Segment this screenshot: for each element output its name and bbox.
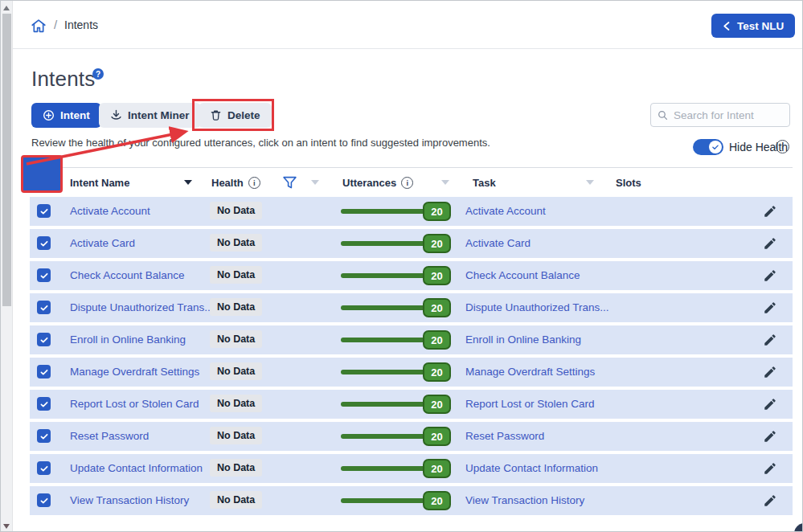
edit-pencil-icon[interactable]	[763, 365, 777, 379]
column-slots[interactable]: Slots	[616, 168, 641, 198]
intent-name-link[interactable]: Activate Account	[70, 205, 150, 217]
intent-name-link[interactable]: Reset Password	[70, 430, 149, 442]
task-link[interactable]: Report Lost or Stolen Card	[465, 398, 595, 410]
edit-pencil-icon[interactable]	[763, 301, 777, 315]
utterance-count-badge: 20	[423, 202, 451, 221]
table-row: Enroll in Online Banking No Data 20 Enro…	[30, 325, 793, 354]
edit-pencil-icon[interactable]	[763, 204, 777, 219]
intent-miner-button[interactable]: Intent Miner	[99, 103, 201, 128]
scrollbar-down-arrow-icon[interactable]	[3, 524, 10, 529]
intent-name-link[interactable]: Update Contact Information	[70, 462, 203, 474]
row-checkbox[interactable]	[37, 333, 51, 346]
delete-label: Delete	[227, 109, 260, 121]
utterance-bar[interactable]	[341, 209, 426, 214]
task-link[interactable]: Dispute Unauthorized Trans...	[465, 301, 609, 313]
utterance-bar[interactable]	[341, 402, 426, 407]
hide-health-toggle[interactable]	[693, 139, 723, 155]
edit-pencil-icon[interactable]	[763, 429, 777, 444]
sort-icon[interactable]	[311, 180, 319, 185]
utterance-count-badge: 20	[423, 491, 451, 510]
utterance-bar[interactable]	[341, 498, 426, 503]
utterance-bar[interactable]	[341, 370, 426, 374]
column-intent-name[interactable]: Intent Name	[70, 168, 129, 198]
utterance-bar[interactable]	[341, 466, 426, 471]
sort-desc-icon[interactable]	[184, 180, 192, 185]
row-checkbox[interactable]	[37, 236, 51, 250]
column-health[interactable]: Health i	[211, 168, 260, 198]
utterance-bar[interactable]	[341, 241, 426, 246]
column-task[interactable]: Task	[473, 168, 496, 198]
test-nlu-button[interactable]: Test NLU	[711, 14, 795, 38]
add-intent-button[interactable]: Intent	[31, 103, 101, 128]
edit-pencil-icon[interactable]	[763, 493, 777, 508]
row-checkbox[interactable]	[37, 268, 51, 282]
row-checkbox[interactable]	[37, 301, 51, 314]
check-icon	[39, 335, 49, 345]
column-utterances[interactable]: Utterances i	[342, 168, 413, 198]
sort-icon[interactable]	[586, 180, 594, 185]
intent-name-link[interactable]: Check Account Balance	[70, 269, 185, 281]
task-link[interactable]: Enroll in Online Banking	[465, 334, 581, 346]
check-icon	[39, 178, 49, 187]
check-icon	[39, 239, 49, 248]
check-icon	[711, 142, 720, 152]
health-status-badge: No Data	[210, 234, 262, 252]
delete-button[interactable]: Delete	[199, 103, 272, 128]
task-link[interactable]: Update Contact Information	[465, 462, 598, 474]
vertical-scrollbar[interactable]	[1, 1, 13, 532]
task-link[interactable]: Check Account Balance	[465, 269, 580, 281]
help-icon[interactable]: ?	[92, 68, 104, 80]
utterance-count-badge: 20	[423, 266, 451, 285]
table-row: Report Lost or Stolen Card No Data 20 Re…	[30, 390, 793, 419]
home-icon[interactable]	[30, 17, 47, 35]
table-row: Activate Account No Data 20 Activate Acc…	[30, 197, 793, 226]
intent-name-link[interactable]: Manage Overdraft Settings	[70, 366, 199, 378]
scrollbar-thumb[interactable]	[2, 14, 11, 306]
utterance-bar[interactable]	[341, 305, 426, 310]
check-icon	[39, 303, 49, 313]
utterance-bar[interactable]	[341, 338, 426, 342]
intent-miner-label: Intent Miner	[128, 109, 190, 121]
utterance-count-badge: 20	[423, 395, 451, 414]
edit-pencil-icon[interactable]	[763, 268, 777, 283]
health-status-badge: No Data	[210, 266, 262, 284]
health-filter-funnel-icon[interactable]	[282, 175, 297, 194]
task-link[interactable]: Activate Account	[465, 205, 546, 217]
task-link[interactable]: View Transaction History	[465, 494, 584, 506]
task-link[interactable]: Reset Password	[465, 430, 544, 442]
utterances-info-icon[interactable]: i	[401, 177, 413, 189]
row-checkbox[interactable]	[37, 204, 51, 218]
table-row: Update Contact Information No Data 20 Up…	[30, 454, 793, 483]
check-icon	[39, 432, 49, 441]
intent-name-link[interactable]: Report Lost or Stolen Card	[70, 398, 199, 410]
intent-name-link[interactable]: Activate Card	[70, 237, 135, 249]
corner-widget[interactable]	[794, 523, 803, 532]
intent-name-link[interactable]: Enroll in Online Banking	[70, 334, 186, 346]
select-all-checkbox[interactable]	[37, 175, 51, 189]
edit-pencil-icon[interactable]	[763, 333, 777, 347]
search-input[interactable]	[674, 109, 783, 121]
sort-icon[interactable]	[441, 180, 449, 185]
utterance-count-badge: 20	[423, 298, 451, 317]
health-info-icon[interactable]: i	[248, 177, 260, 189]
task-link[interactable]: Manage Overdraft Settings	[465, 366, 595, 378]
row-checkbox[interactable]	[37, 461, 51, 475]
chevron-left-icon	[723, 21, 730, 31]
row-checkbox[interactable]	[37, 365, 51, 379]
edit-pencil-icon[interactable]	[763, 397, 777, 411]
utterance-count-badge: 20	[423, 427, 451, 446]
row-checkbox[interactable]	[37, 397, 51, 411]
scrollbar-up-arrow-icon[interactable]	[3, 6, 10, 10]
intent-name-link[interactable]: Dispute Unauthorized Trans...	[70, 301, 214, 313]
row-checkbox[interactable]	[37, 429, 51, 443]
edit-pencil-icon[interactable]	[763, 461, 777, 476]
search-icon	[658, 109, 668, 121]
hide-health-info-icon[interactable]: i	[776, 140, 789, 153]
row-checkbox[interactable]	[37, 493, 51, 507]
breadcrumb-current[interactable]: Intents	[64, 18, 98, 31]
edit-pencil-icon[interactable]	[763, 236, 777, 251]
intent-name-link[interactable]: View Transaction History	[70, 494, 189, 506]
utterance-bar[interactable]	[341, 434, 426, 439]
utterance-bar[interactable]	[341, 273, 426, 278]
task-link[interactable]: Activate Card	[465, 237, 531, 249]
